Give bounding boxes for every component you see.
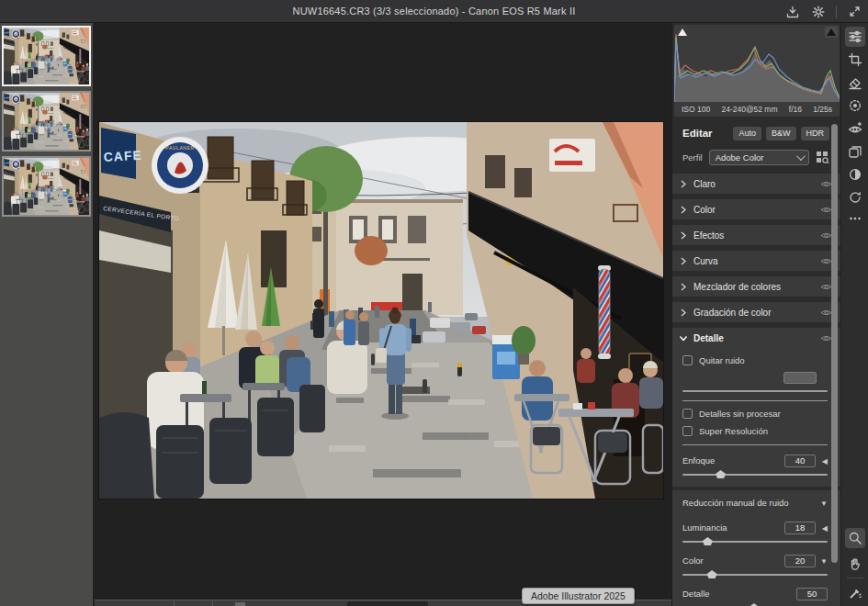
edit-panel-title: Editar — [682, 128, 728, 139]
profile-select[interactable]: Adobe Color — [709, 150, 809, 165]
color-nr-value[interactable]: 20 — [784, 555, 816, 567]
denoise-slider-track — [682, 390, 828, 392]
magnifier-icon — [848, 531, 862, 545]
divider — [672, 487, 840, 490]
gear-icon — [811, 5, 826, 19]
denoise-checkbox[interactable] — [682, 355, 693, 365]
color-nr-slider[interactable] — [682, 570, 828, 578]
detail-nr-value[interactable]: 50 — [796, 588, 828, 600]
slider-thumb[interactable] — [707, 570, 717, 578]
auto-button[interactable]: Auto — [733, 127, 761, 140]
chevron-right-icon — [681, 206, 686, 214]
slider-thumb[interactable] — [716, 470, 726, 478]
collapse-down-icon[interactable] — [820, 556, 828, 566]
fullscreen-button[interactable] — [846, 4, 862, 20]
heal-tool-button[interactable] — [845, 73, 865, 93]
detalle-header[interactable]: Detalle — [672, 328, 840, 348]
download-icon — [785, 5, 800, 19]
profile-browser-icon[interactable] — [816, 151, 829, 163]
super-resolution-label: Super Resolución — [699, 426, 768, 436]
exif-iso: ISO 100 — [682, 105, 710, 114]
profile-value: Adobe Color — [716, 152, 796, 163]
exif-info: ISO 100 24-240@52 mm f/16 1/25s — [674, 101, 840, 117]
crop-icon — [848, 52, 862, 67]
window-title: NUW16645.CR3 (3/3 seleccionado) - Canon … — [0, 6, 868, 17]
section-detalle: Detalle Quitar ruido Detalles sin proces… — [672, 328, 840, 606]
exif-lens: 24-240@52 mm — [721, 105, 777, 114]
histogram[interactable]: ISO 100 24-240@52 mm f/16 1/25s — [674, 25, 840, 117]
denoise-checkbox-row[interactable]: Quitar ruido — [682, 355, 828, 365]
denoise-amount-box — [783, 372, 817, 384]
thumbnail-photo — [4, 28, 89, 84]
shadow-clipping-toggle[interactable] — [676, 27, 689, 38]
half-circle-icon — [848, 167, 862, 182]
sharpen-label: Enfoque — [682, 455, 784, 466]
super-resolution-checkbox[interactable] — [682, 426, 693, 436]
chevron-right-icon — [681, 180, 686, 188]
tool-divider — [847, 578, 863, 578]
zoom-tool-button[interactable] — [845, 528, 865, 548]
filmstrip-thumbnail-2[interactable] — [2, 91, 91, 152]
filmstrip-toggle-button[interactable] — [347, 601, 428, 606]
bw-button[interactable]: B&W — [766, 127, 796, 140]
raw-details-checkbox[interactable] — [682, 409, 693, 419]
raw-details-label: Detalles sin procesar — [699, 409, 781, 419]
versions-button[interactable] — [845, 187, 865, 208]
super-resolution-checkbox-row[interactable]: Super Resolución — [682, 426, 828, 436]
presets-button[interactable] — [845, 141, 865, 162]
luminance-value[interactable]: 18 — [784, 522, 816, 534]
filmstrip-thumbnail-1[interactable] — [2, 26, 91, 86]
image-canvas — [93, 23, 671, 606]
section-curva[interactable]: Curva — [672, 251, 840, 271]
collapse-left-icon[interactable] — [822, 522, 828, 533]
detail-nr-label: Detalle — [682, 589, 796, 599]
denoise-label: Quitar ruido — [699, 355, 745, 365]
slider-thumb[interactable] — [703, 537, 713, 545]
exif-shutter: 1/25s — [813, 105, 832, 114]
hand-tool-button[interactable] — [845, 554, 865, 574]
collapse-left-icon[interactable] — [822, 455, 828, 466]
title-bar: NUW16645.CR3 (3/3 seleccionado) - Canon … — [0, 0, 868, 23]
sampler-tool-button[interactable] — [845, 583, 865, 603]
hand-icon — [848, 556, 862, 571]
crop-tool-button[interactable] — [845, 50, 865, 70]
section-efectos[interactable]: Efectos — [672, 225, 840, 245]
more-options-button[interactable] — [845, 208, 865, 229]
snapshots-button[interactable] — [845, 164, 865, 185]
sharpen-value[interactable]: 40 — [784, 454, 816, 467]
export-button[interactable] — [784, 4, 801, 20]
section-color[interactable]: Color — [672, 199, 840, 219]
divider — [682, 400, 828, 401]
exif-aperture: f/16 — [789, 105, 802, 114]
app-tooltip: Adobe Illustrator 2025 — [522, 588, 635, 604]
highlight-clipping-toggle[interactable] — [825, 27, 838, 38]
sharpen-slider[interactable] — [682, 470, 828, 478]
histogram-curves — [674, 25, 840, 102]
luminance-label: Luminancia — [682, 522, 784, 533]
chevron-down-icon — [796, 152, 806, 161]
raw-details-checkbox-row[interactable]: Detalles sin procesar — [682, 409, 828, 419]
divider — [682, 444, 828, 445]
profile-label: Perfil — [682, 152, 703, 163]
eye-plus-icon — [848, 121, 862, 136]
collapse-down-icon[interactable] — [820, 498, 828, 508]
mask-circle-icon — [848, 98, 862, 113]
section-claro[interactable]: Claro — [672, 174, 840, 194]
shadow-clipping-icon — [678, 28, 687, 36]
sliders-icon — [848, 29, 862, 44]
filmstrip-thumbnail-3[interactable] — [2, 156, 91, 217]
panel-scrollbar[interactable] — [831, 124, 838, 563]
section-mezclador[interactable]: Mezclador de colores — [672, 276, 840, 297]
section-gradacion[interactable]: Gradación de color — [672, 302, 840, 322]
thumbnail-photo — [4, 158, 89, 215]
luminance-slider[interactable] — [682, 537, 828, 545]
red-eye-tool-button[interactable] — [845, 118, 865, 139]
hdr-button[interactable]: HDR — [801, 127, 830, 140]
masking-tool-button[interactable] — [845, 95, 865, 116]
preferences-button[interactable] — [810, 4, 827, 20]
edit-panel: ISO 100 24-240@52 mm f/16 1/25s Editar A… — [671, 23, 840, 606]
refresh-icon — [848, 190, 862, 205]
eraser-icon — [848, 75, 862, 90]
chevron-right-icon — [681, 283, 686, 291]
edit-tool-button[interactable] — [845, 27, 865, 47]
